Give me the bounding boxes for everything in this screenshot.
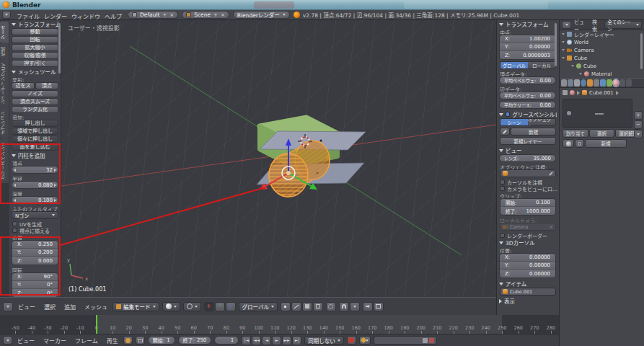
- browse-material-dropdown[interactable]: [563, 139, 574, 148]
- transform-tool-button[interactable]: 拡大縮小: [12, 44, 58, 51]
- rotation-axis-field[interactable]: Y:0°: [12, 281, 58, 289]
- cursor-axis-field[interactable]: Y:0.00000: [500, 262, 555, 270]
- deform-tool-button[interactable]: ランダム化: [12, 106, 58, 113]
- 3d-cursor-header[interactable]: 3Dカーソル: [497, 239, 559, 247]
- menu-item[interactable]: ファイル: [14, 14, 42, 20]
- timeline-menu-item[interactable]: 再生: [105, 337, 120, 345]
- end-frame-field[interactable]: 終了:250: [178, 336, 212, 345]
- view-menu-item[interactable]: 追加: [62, 303, 78, 311]
- menu-item[interactable]: ヘルプ: [102, 14, 124, 20]
- outliner-filter-dropdown[interactable]: 全てのシーン: [604, 21, 642, 29]
- playback-button[interactable]: ►: [272, 336, 281, 345]
- value-slider[interactable]: 0.100: [12, 196, 58, 204]
- location-axis-field[interactable]: X:0.250: [12, 241, 58, 249]
- viewport-shading-dropdown[interactable]: [162, 302, 180, 311]
- properties-tab[interactable]: [613, 79, 619, 86]
- material-slot-list[interactable]: [563, 99, 632, 128]
- add-slot-button[interactable]: +: [634, 111, 643, 120]
- toolshelf-scrollbar[interactable]: [58, 23, 61, 74]
- editor-type-button[interactable]: [3, 302, 13, 311]
- add-scene-icon[interactable]: +: [213, 12, 218, 18]
- toolshelf-tab[interactable]: ツール: [0, 22, 9, 43]
- transform-tool-button[interactable]: 移動: [12, 28, 58, 35]
- view-menu-item[interactable]: ビュー: [16, 303, 38, 311]
- option-checkbox[interactable]: 視点に揃える: [9, 227, 61, 234]
- playback-button[interactable]: |◄: [242, 336, 251, 345]
- manipulator-translate-button[interactable]: ✛: [204, 302, 214, 311]
- location-axis-field[interactable]: Z:0.000: [12, 257, 58, 265]
- eyedropper-icon[interactable]: [549, 172, 553, 176]
- add-layout-icon[interactable]: +: [162, 12, 167, 18]
- breadcrumb-object-name[interactable]: Cube.001: [589, 90, 614, 96]
- properties-tab[interactable]: [574, 79, 580, 86]
- scene-selector[interactable]: Scene + ×: [182, 11, 229, 19]
- orientation-dropdown[interactable]: グローバル: [239, 302, 278, 311]
- properties-tab[interactable]: [606, 79, 612, 86]
- outliner-item[interactable]: World: [560, 38, 644, 46]
- start-frame-field[interactable]: 開始:1: [148, 336, 175, 345]
- opengl-render-button[interactable]: [363, 302, 373, 311]
- npanel-transform-header[interactable]: トランスフォーム: [497, 20, 559, 28]
- add-tool-button[interactable]: 領域で押し出し: [12, 128, 58, 135]
- clip-field[interactable]: 開始:0.100: [500, 199, 555, 207]
- median-axis-field[interactable]: Z:0.0000003: [500, 51, 555, 59]
- view-menu-item[interactable]: メッシュ: [82, 303, 110, 311]
- lens-slider[interactable]: レンズ:35.000: [499, 154, 556, 162]
- properties-tab[interactable]: [568, 79, 573, 86]
- screen-layout-selector[interactable]: Default + ×: [128, 11, 178, 19]
- add-tool-button[interactable]: 面を差し込む: [12, 143, 58, 151]
- properties-tab[interactable]: [594, 79, 599, 86]
- outliner-item[interactable]: Cube: [560, 54, 644, 62]
- remove-layout-icon[interactable]: ×: [169, 12, 174, 18]
- snap-element-dropdown[interactable]: [350, 302, 360, 311]
- median-axis-field[interactable]: X:1.00200: [500, 35, 555, 43]
- outliner-item[interactable]: Camera: [560, 46, 644, 54]
- timeline-menu-item[interactable]: ビュー: [15, 337, 37, 345]
- assign-button[interactable]: 割り当て: [563, 129, 588, 138]
- transform-tool-button[interactable]: 収縮/膨張: [12, 52, 58, 59]
- edge-data-slider[interactable]: 平均クリース:0.00: [499, 101, 556, 109]
- deform-tool-button[interactable]: ノイズ: [12, 90, 58, 97]
- keying-set-dropdown[interactable]: [359, 336, 371, 345]
- outliner-menu-item[interactable]: 検索: [592, 18, 601, 32]
- gpencil-scene-button[interactable]: シーン: [500, 119, 528, 125]
- item-panel-header[interactable]: アイテム: [497, 280, 559, 288]
- lock-cursor-checkbox[interactable]: カーソルを注視: [497, 179, 559, 185]
- add-tool-button[interactable]: 押し出し: [12, 120, 58, 127]
- edge-data-slider[interactable]: 平均ベベルウェ:0.00: [499, 92, 556, 99]
- properties-tab[interactable]: [587, 79, 593, 86]
- proportional-edit-dropdown[interactable]: [326, 302, 336, 311]
- material-pin-button[interactable]: [575, 139, 584, 148]
- cursor-axis-field[interactable]: Z:0.00000: [500, 270, 555, 278]
- gpencil-draw-icon[interactable]: [500, 128, 510, 136]
- toolshelf-tab[interactable]: 作成: [0, 43, 9, 60]
- global-button[interactable]: グローバル: [500, 62, 528, 68]
- record-button[interactable]: [347, 336, 356, 345]
- timeline-menu-item[interactable]: フレーム: [73, 337, 100, 345]
- properties-tab[interactable]: [561, 79, 567, 86]
- npanel-scrollbar[interactable]: [555, 23, 557, 66]
- manipulator-rotate-button[interactable]: ◠: [215, 302, 225, 311]
- face-select-button[interactable]: [302, 302, 312, 311]
- remove-slot-button[interactable]: −: [634, 120, 643, 129]
- lock-object-field[interactable]: [500, 169, 556, 177]
- view-panel-header[interactable]: ビュー: [497, 146, 559, 154]
- gpencil-new-button[interactable]: 新規: [511, 128, 556, 136]
- playback-button[interactable]: ◄: [262, 336, 271, 345]
- preview-range-button[interactable]: [123, 336, 133, 345]
- insert-key-icon[interactable]: [423, 338, 428, 343]
- snap-magnet-button[interactable]: [339, 302, 349, 311]
- option-checkbox[interactable]: UVを生成: [9, 221, 61, 227]
- rotation-axis-field[interactable]: X:90°: [12, 273, 58, 281]
- clear-icon[interactable]: ×: [549, 224, 553, 230]
- outliner-scrollbar[interactable]: [640, 33, 643, 69]
- toolshelf-tab[interactable]: グリースペンシル: [0, 138, 9, 183]
- playback-button[interactable]: ►|: [292, 336, 301, 345]
- transform-panel-header[interactable]: トランスフォーム: [9, 20, 61, 28]
- render-engine-selector[interactable]: Blenderレンダー: [233, 11, 290, 19]
- vertex-select-button[interactable]: [281, 302, 291, 311]
- vertex-bevel-slider[interactable]: 平均ベベルウェ:0.00: [499, 76, 556, 84]
- properties-tab[interactable]: [581, 79, 586, 86]
- add-tool-button[interactable]: 個々に押し出し: [12, 136, 58, 143]
- lock-camera-checkbox[interactable]: カメラをビューにロ...: [497, 185, 559, 192]
